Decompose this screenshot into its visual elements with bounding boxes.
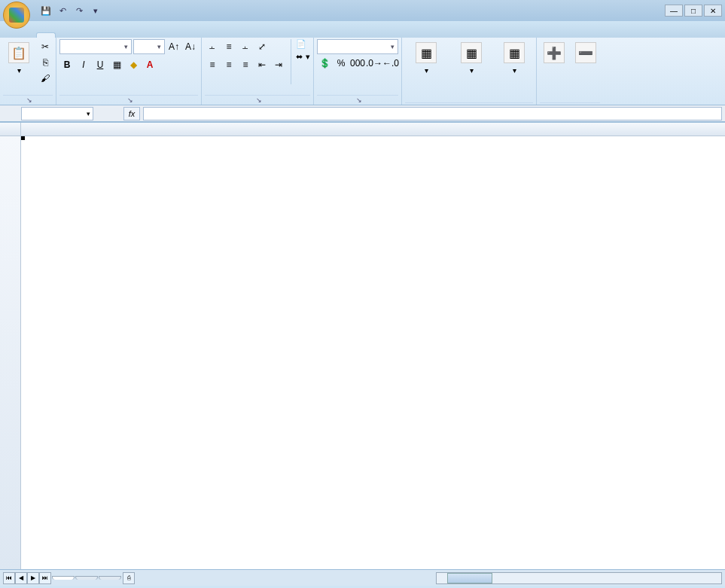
next-sheet-button[interactable]: ▶: [27, 572, 39, 584]
formula-bar: fx: [0, 105, 725, 122]
bold-button[interactable]: B: [59, 57, 75, 72]
increase-font-icon[interactable]: A↑: [166, 39, 181, 54]
align-center-icon[interactable]: ≡: [221, 57, 236, 72]
save-icon[interactable]: 💾: [39, 4, 53, 17]
group-alignment: ⫠ ≡ ⫠ ⤢ ≡ ≡ ≡ ⇤ ⇥ 📄 ⬌ ▾ ↘: [202, 38, 314, 105]
font-name-combo[interactable]: [59, 39, 132, 54]
group-clipboard: 📋 ▾ ✂ ⎘ 🖌 ↘: [0, 38, 56, 105]
dialog-launcher-icon[interactable]: ↘: [256, 96, 262, 104]
align-left-icon[interactable]: ≡: [205, 57, 220, 72]
font-color-button[interactable]: A: [142, 57, 157, 72]
delete-icon: ➖: [575, 42, 596, 63]
maximize-button[interactable]: □: [684, 5, 702, 17]
worksheet[interactable]: [0, 122, 725, 569]
merge-center-button[interactable]: ⬌ ▾: [296, 52, 310, 62]
sheet-tabs-bar: ⏮ ◀ ▶ ⏭ ⎙: [0, 569, 725, 586]
redo-icon[interactable]: ↷: [72, 4, 86, 17]
cut-icon[interactable]: ✂: [38, 39, 53, 54]
ribbon: 📋 ▾ ✂ ⎘ 🖌 ↘ A↑ A↓ B I U ▦: [0, 38, 725, 105]
column-headers: [0, 123, 725, 136]
group-cells: ➕ ➖: [537, 38, 603, 105]
merge-icon: ⬌: [296, 52, 303, 62]
last-sheet-button[interactable]: ⏭: [39, 572, 51, 584]
underline-button[interactable]: U: [93, 57, 108, 72]
number-format-combo[interactable]: [317, 39, 398, 54]
horizontal-scrollbar[interactable]: [436, 572, 722, 584]
close-button[interactable]: ✕: [704, 5, 722, 17]
dialog-launcher-icon[interactable]: ↘: [26, 96, 32, 104]
align-bottom-icon[interactable]: ⫠: [238, 39, 253, 54]
title-bar: 💾 ↶ ↷ ▾ — □ ✕: [0, 0, 725, 21]
table-icon: ▦: [461, 42, 482, 63]
decrease-decimal-icon[interactable]: ←.0: [383, 56, 398, 71]
wrap-icon: 📄: [296, 39, 306, 49]
orientation-icon[interactable]: ⤢: [254, 39, 270, 54]
align-middle-icon[interactable]: ≡: [221, 39, 236, 54]
sheet-tab-3[interactable]: [99, 576, 121, 580]
insert-icon: ➕: [544, 42, 565, 63]
dialog-launcher-icon[interactable]: ↘: [127, 96, 133, 104]
first-sheet-button[interactable]: ⏮: [3, 572, 15, 584]
chevron-down-icon: ▾: [17, 66, 21, 75]
name-box[interactable]: [21, 107, 93, 120]
prev-sheet-button[interactable]: ◀: [15, 572, 27, 584]
group-number: 💲 % 000 .0→ ←.0 ↘: [314, 38, 402, 105]
font-size-combo[interactable]: [133, 39, 165, 54]
fill-color-button[interactable]: ◆: [126, 57, 141, 72]
new-sheet-button[interactable]: ⎙: [123, 572, 135, 584]
quick-access-toolbar: 💾 ↶ ↷ ▾: [39, 4, 102, 17]
currency-icon[interactable]: 💲: [317, 56, 332, 71]
decrease-indent-icon[interactable]: ⇤: [254, 57, 270, 72]
sheet-tab-1[interactable]: [52, 576, 75, 580]
sheet-tab-2[interactable]: [75, 576, 98, 580]
fill-handle[interactable]: [21, 136, 25, 140]
conditional-format-button[interactable]: ▦▾: [405, 39, 447, 78]
increase-decimal-icon[interactable]: .0→: [367, 56, 382, 71]
wrap-text-button[interactable]: 📄: [296, 39, 310, 49]
office-button[interactable]: [3, 2, 30, 29]
minimize-button[interactable]: —: [665, 5, 683, 17]
styles-icon: ▦: [504, 42, 525, 63]
italic-button[interactable]: I: [76, 57, 91, 72]
cell-styles-button[interactable]: ▦▾: [495, 39, 533, 78]
paste-button[interactable]: 📋 ▾: [3, 39, 35, 78]
qat-dropdown-icon[interactable]: ▾: [89, 4, 102, 17]
fx-button[interactable]: fx: [123, 107, 140, 120]
row-headers: [0, 136, 21, 569]
ribbon-tabs: [0, 21, 725, 38]
format-as-table-button[interactable]: ▦▾: [450, 39, 492, 78]
formula-input[interactable]: [143, 107, 722, 120]
decrease-font-icon[interactable]: A↓: [183, 39, 198, 54]
delete-cells-button[interactable]: ➖: [571, 39, 600, 68]
tab-aloitus[interactable]: [36, 32, 56, 38]
increase-indent-icon[interactable]: ⇥: [271, 57, 286, 72]
dialog-launcher-icon[interactable]: ↘: [356, 96, 362, 104]
select-all-button[interactable]: [0, 123, 21, 136]
cells-grid[interactable]: [21, 136, 725, 569]
insert-cells-button[interactable]: ➕: [540, 39, 568, 68]
format-painter-icon[interactable]: 🖌: [38, 71, 53, 86]
copy-icon[interactable]: ⎘: [38, 55, 53, 70]
group-styles: ▦▾ ▦▾ ▦▾: [402, 38, 537, 105]
conditional-format-icon: ▦: [416, 42, 437, 63]
undo-icon[interactable]: ↶: [56, 4, 69, 17]
align-right-icon[interactable]: ≡: [238, 57, 253, 72]
paste-icon: 📋: [8, 42, 29, 63]
selection-box: [21, 136, 24, 139]
comma-icon[interactable]: 000: [350, 56, 365, 71]
border-button[interactable]: ▦: [109, 57, 124, 72]
group-font: A↑ A↓ B I U ▦ ◆ A ↘: [56, 38, 202, 105]
percent-icon[interactable]: %: [334, 56, 349, 71]
align-top-icon[interactable]: ⫠: [205, 39, 220, 54]
